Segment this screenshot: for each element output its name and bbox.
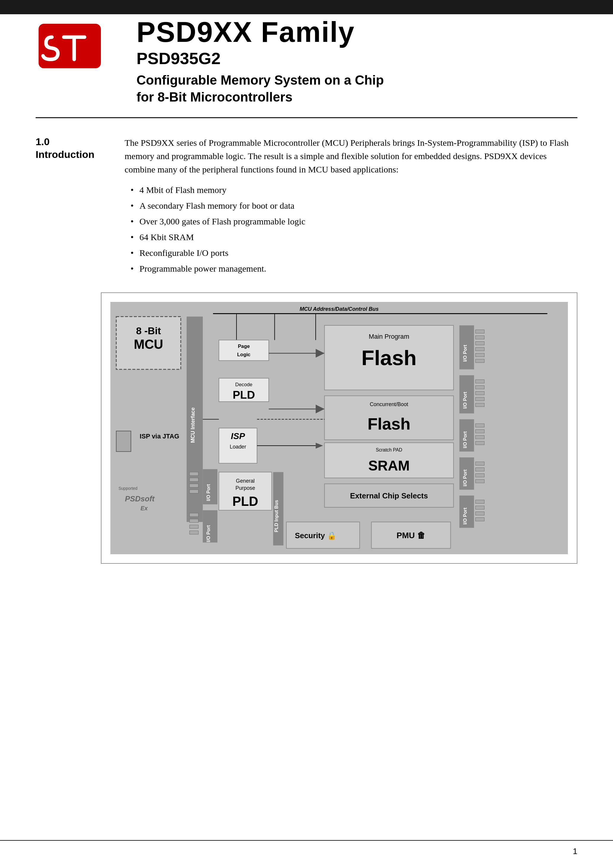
svg-rect-76 [190, 490, 198, 493]
svg-rect-49 [476, 386, 485, 389]
svg-text:Flash: Flash [368, 415, 411, 433]
list-item: A secondary Flash memory for boot or dat… [130, 199, 577, 212]
diagram-container: MCU Address/Data/Control Bus 8 -Bit MCU … [101, 292, 577, 564]
svg-text:ISP via JTAG: ISP via JTAG [140, 432, 179, 440]
svg-text:MCU Address/Data/Control Bus: MCU Address/Data/Control Bus [300, 306, 379, 312]
svg-rect-51 [476, 397, 485, 401]
svg-text:I/O Port: I/O Port [206, 484, 211, 501]
header-bar [0, 0, 613, 14]
section-number: 1.0 [36, 136, 101, 147]
svg-text:Logic: Logic [237, 352, 251, 357]
header-content: PSD9XX Family PSD935G2 Configurable Memo… [0, 0, 613, 117]
svg-rect-69 [476, 512, 485, 515]
svg-text:General: General [236, 478, 255, 484]
svg-rect-41 [476, 336, 485, 339]
subtitle-model: PSD935G2 [136, 49, 577, 68]
svg-rect-79 [190, 513, 198, 517]
svg-rect-55 [476, 424, 485, 428]
svg-rect-14 [219, 340, 269, 361]
content-section: 1.0 Introduction The PSD9XX series of Pr… [0, 118, 613, 277]
svg-text:I/O Port: I/O Port [463, 431, 467, 448]
svg-text:Loader: Loader [230, 444, 246, 450]
logo-area [36, 21, 119, 71]
svg-rect-80 [190, 519, 198, 523]
svg-text:MCU Interface: MCU Interface [190, 408, 196, 443]
svg-rect-63 [476, 474, 485, 477]
svg-text:MCU: MCU [134, 338, 163, 352]
svg-text:PLD: PLD [232, 494, 258, 508]
list-item: 64 Kbit SRAM [130, 230, 577, 244]
section-body: The PSD9XX series of Programmable Microc… [125, 136, 577, 277]
intro-paragraph: The PSD9XX series of Programmable Microc… [125, 136, 577, 176]
svg-rect-45 [476, 359, 485, 363]
svg-text:Page: Page [238, 344, 250, 349]
st-logo [36, 21, 104, 71]
svg-text:Decode: Decode [235, 382, 252, 388]
svg-rect-43 [476, 347, 485, 351]
svg-text:PLD: PLD [233, 389, 255, 401]
svg-text:I/O Port: I/O Port [463, 469, 467, 487]
svg-rect-61 [476, 462, 485, 465]
svg-text:SRAM: SRAM [368, 458, 410, 474]
svg-text:PMU 🗑: PMU 🗑 [397, 531, 426, 540]
svg-text:Security 🔒: Security 🔒 [295, 531, 337, 540]
svg-rect-82 [190, 531, 198, 534]
list-item: 4 Mbit of Flash memory [130, 183, 577, 197]
svg-rect-73 [190, 472, 198, 476]
svg-text:Supported: Supported [118, 486, 137, 491]
svg-rect-74 [190, 478, 198, 482]
section-label: 1.0 Introduction [36, 136, 101, 277]
svg-text:PSDsoft: PSDsoft [125, 495, 155, 503]
list-item: Reconfigurable I/O ports [130, 246, 577, 259]
subtitle-desc: Configurable Memory System on a Chip for… [136, 71, 577, 105]
svg-rect-52 [476, 403, 485, 407]
svg-rect-44 [476, 353, 485, 357]
svg-rect-70 [476, 518, 485, 521]
page-number: 1 [573, 846, 577, 856]
svg-rect-42 [476, 342, 485, 345]
svg-text:I/O Port: I/O Port [463, 508, 467, 525]
list-item: Programmable power management. [130, 262, 577, 275]
svg-rect-40 [476, 330, 485, 333]
svg-text:Purpose: Purpose [235, 485, 255, 491]
svg-rect-62 [476, 468, 485, 471]
svg-rect-75 [190, 484, 198, 487]
svg-text:Main Program: Main Program [369, 333, 409, 340]
svg-rect-33 [116, 431, 131, 451]
svg-text:PLD Input Bus: PLD Input Bus [274, 500, 279, 532]
svg-text:Flash: Flash [361, 346, 416, 370]
svg-rect-58 [476, 442, 485, 445]
list-item: Over 3,000 gates of Flash programmable l… [130, 215, 577, 228]
svg-rect-68 [476, 506, 485, 509]
svg-rect-67 [476, 500, 485, 504]
svg-text:I/O Port: I/O Port [206, 525, 211, 542]
section-title: Introduction [36, 149, 101, 160]
svg-text:Scratch PAD: Scratch PAD [376, 447, 402, 453]
svg-rect-64 [476, 479, 485, 483]
footer: 1 [0, 840, 613, 856]
svg-text:8 -Bit: 8 -Bit [136, 326, 161, 336]
svg-text:Concurrent/Boot: Concurrent/Boot [370, 401, 408, 407]
bullet-list: 4 Mbit of Flash memory A secondary Flash… [125, 183, 577, 275]
main-title: PSD9XX Family [136, 18, 577, 46]
svg-rect-50 [476, 392, 485, 395]
svg-rect-56 [476, 429, 485, 433]
svg-rect-81 [190, 525, 198, 529]
svg-rect-57 [476, 436, 485, 439]
svg-text:ISP: ISP [231, 431, 245, 441]
svg-text:Ex: Ex [141, 505, 148, 512]
svg-text:I/O Port: I/O Port [463, 392, 467, 409]
svg-rect-48 [476, 380, 485, 383]
svg-text:External Chip Selects: External Chip Selects [350, 492, 428, 500]
title-area: PSD9XX Family PSD935G2 Configurable Memo… [119, 18, 577, 105]
svg-text:I/O Port: I/O Port [463, 345, 467, 362]
